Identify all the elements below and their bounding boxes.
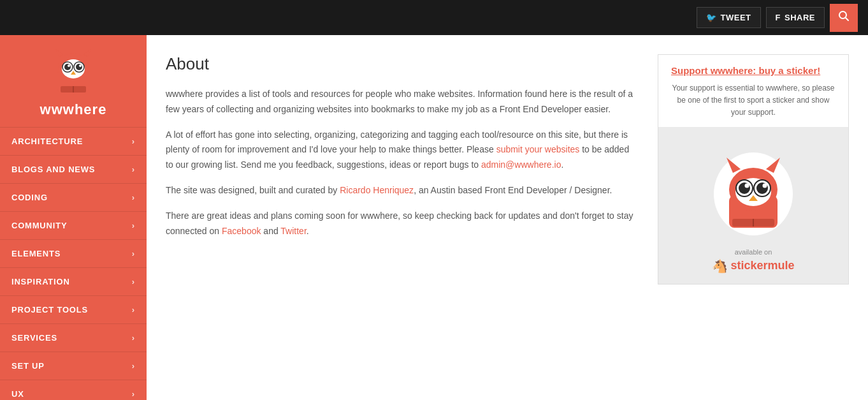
sidebar-item-label: CODING	[11, 193, 48, 202]
sidebar-item-coding[interactable]: CODING›	[0, 183, 147, 211]
sidebar-item-label: BLOGS AND NEWS	[11, 165, 95, 174]
content-area: About wwwhere provides a list of tools a…	[147, 35, 868, 400]
facebook-link[interactable]: Facebook	[222, 226, 261, 236]
chevron-right-icon: ›	[132, 389, 135, 399]
sticker-header: Support wwwhere: buy a sticker! Your sup…	[658, 55, 848, 127]
search-icon	[838, 10, 850, 25]
share-label: SHARE	[785, 13, 815, 22]
sidebar-item-set-up[interactable]: SET UP›	[0, 352, 147, 380]
sidebar-item-services[interactable]: SERVICES›	[0, 323, 147, 352]
main-layout: wwwhere ARCHITECTURE›BLOGS AND NEWS›CODI…	[0, 35, 868, 400]
admin-email-link[interactable]: admin@wwwhere.io	[481, 159, 561, 170]
svg-point-10	[76, 64, 82, 70]
share-button[interactable]: f SHARE	[766, 7, 825, 28]
about-para-1: wwwhere provides a list of tools and res…	[166, 87, 639, 117]
svg-point-24	[745, 183, 749, 188]
svg-marker-5	[83, 49, 91, 57]
about-para-3: The site was designed, built and curated…	[166, 183, 639, 198]
para3-before: The site was designed, built and curated…	[166, 185, 340, 195]
chevron-right-icon: ›	[132, 221, 135, 230]
tweet-label: TWEET	[721, 13, 751, 22]
content-inner: About wwwhere provides a list of tools a…	[166, 54, 849, 285]
submit-websites-link[interactable]: submit your websites	[496, 144, 580, 154]
twitter-link[interactable]: Twitter	[280, 226, 306, 236]
sidebar-item-label: SERVICES	[11, 333, 57, 343]
chevron-right-icon: ›	[132, 193, 135, 202]
svg-point-12	[79, 64, 82, 67]
svg-line-1	[846, 18, 849, 21]
tweet-button[interactable]: 🐦 TWEET	[697, 7, 761, 28]
sticker-widget: Support wwwhere: buy a sticker! Your sup…	[658, 54, 849, 285]
sidebar-item-label: COMMUNITY	[11, 221, 67, 230]
stickermule-brand: 🐴 stickermule	[712, 258, 794, 274]
chevron-right-icon: ›	[132, 361, 135, 371]
sticker-available-text: available on	[735, 248, 772, 256]
sticker-owl-image	[702, 140, 804, 242]
main-content: About wwwhere provides a list of tools a…	[147, 35, 868, 400]
para3-end: , an Austin based Front End Developer / …	[414, 185, 612, 195]
svg-point-9	[64, 64, 71, 70]
chevron-right-icon: ›	[132, 249, 135, 258]
search-button[interactable]	[830, 4, 858, 32]
sidebar-item-inspiration[interactable]: INSPIRATION›	[0, 267, 147, 295]
twitter-icon: 🐦	[706, 13, 717, 22]
sidebar-item-blogs-and-news[interactable]: BLOGS AND NEWS›	[0, 155, 147, 183]
author-link[interactable]: Ricardo Henriquez	[340, 185, 414, 195]
sticker-image-area: available on 🐴 stickermule	[658, 127, 848, 284]
about-title: About	[166, 54, 639, 74]
chevron-right-icon: ›	[132, 137, 135, 146]
sidebar-item-label: PROJECT TOOLS	[11, 305, 88, 315]
sidebar-item-ux[interactable]: UX›	[0, 380, 147, 400]
sidebar-item-label: INSPIRATION	[11, 277, 70, 286]
para4-end: .	[307, 226, 309, 236]
chevron-right-icon: ›	[132, 305, 135, 315]
sticker-description: Your support is essential to wwwhere, so…	[671, 82, 835, 119]
owl-logo	[48, 47, 99, 98]
nav-items-container: ARCHITECTURE›BLOGS AND NEWS›CODING›COMMU…	[0, 127, 147, 400]
chevron-right-icon: ›	[132, 277, 135, 286]
sidebar-item-elements[interactable]: ELEMENTS›	[0, 239, 147, 267]
about-para-4: There are great ideas and plans coming s…	[166, 209, 639, 239]
sticker-title-link[interactable]: Support wwwhere: buy a sticker!	[671, 65, 835, 76]
site-name: wwwhere	[40, 101, 107, 118]
stickermule-name: stickermule	[730, 259, 794, 272]
sidebar-item-architecture[interactable]: ARCHITECTURE›	[0, 127, 147, 155]
sidebar-item-label: ARCHITECTURE	[11, 137, 83, 146]
logo-area: wwwhere	[0, 35, 147, 127]
sidebar-item-label: UX	[11, 389, 24, 399]
chevron-right-icon: ›	[132, 333, 135, 343]
sidebar-item-project-tools[interactable]: PROJECT TOOLS›	[0, 295, 147, 323]
para1-text: wwwhere provides a list of tools and res…	[166, 89, 633, 114]
about-para-2: A lot of effort has gone into selecting,…	[166, 128, 639, 173]
chevron-right-icon: ›	[132, 165, 135, 174]
svg-marker-4	[55, 49, 63, 57]
facebook-icon: f	[776, 13, 781, 22]
para4-middle: and	[261, 226, 280, 236]
sidebar-item-community[interactable]: COMMUNITY›	[0, 211, 147, 239]
sidebar: wwwhere ARCHITECTURE›BLOGS AND NEWS›CODI…	[0, 35, 147, 400]
about-text: About wwwhere provides a list of tools a…	[166, 54, 639, 285]
svg-point-27	[763, 183, 767, 188]
top-bar: 🐦 TWEET f SHARE	[0, 0, 868, 35]
sidebar-item-label: SET UP	[11, 361, 45, 371]
sidebar-item-label: ELEMENTS	[11, 249, 61, 258]
svg-point-11	[68, 64, 70, 67]
stickermule-icon: 🐴	[712, 258, 728, 274]
para2-end: .	[561, 159, 563, 170]
